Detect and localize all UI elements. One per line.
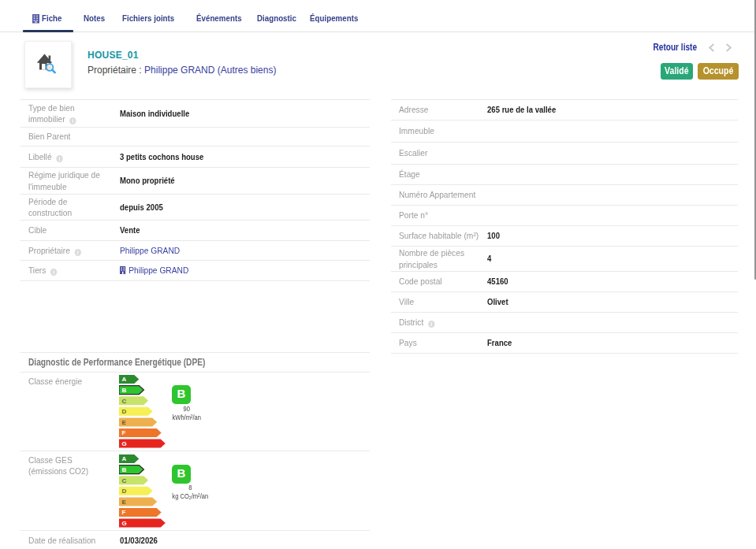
- svg-text:A: A: [122, 455, 127, 462]
- svg-text:C: C: [122, 477, 127, 484]
- svg-text:A: A: [122, 376, 127, 383]
- svg-text:D: D: [122, 488, 127, 495]
- svg-text:C: C: [122, 398, 127, 405]
- svg-text:G: G: [122, 440, 127, 447]
- svg-text:F: F: [122, 429, 126, 436]
- svg-text:B: B: [122, 466, 127, 473]
- svg-text:G: G: [122, 520, 127, 527]
- svg-text:E: E: [122, 499, 127, 506]
- svg-text:D: D: [122, 408, 127, 415]
- svg-text:E: E: [122, 419, 127, 426]
- svg-text:B: B: [122, 387, 127, 394]
- svg-text:F: F: [122, 509, 126, 516]
